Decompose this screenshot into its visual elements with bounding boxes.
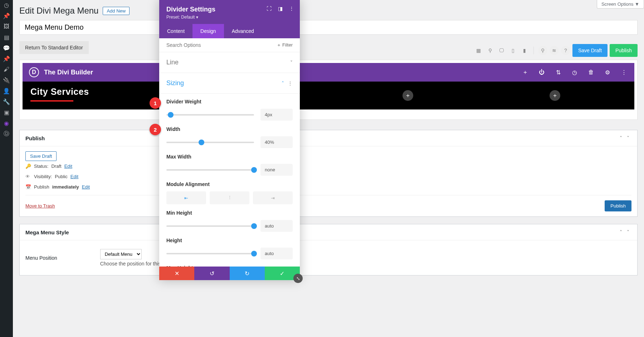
return-standard-editor-button[interactable]: Return To Standard Editor [19,41,89,54]
filter-link[interactable]: ＋ Filter [277,42,293,48]
search-options-input[interactable] [166,42,277,48]
chevron-down-icon[interactable]: ˅ [624,229,631,236]
divider-weight-label: Divider Weight [166,99,293,104]
menu-position-label: Menu Position [25,255,57,261]
trash-icon[interactable]: 🗑 [587,68,595,76]
save-draft-button[interactable]: Save Draft [572,44,608,57]
divi-preview-area[interactable]: City Services ＋ ＋ [23,82,634,109]
search-icon[interactable]: ⚲ [538,46,547,55]
move-to-trash-link[interactable]: Move to Trash [25,203,55,209]
divi-logo-icon: D [29,67,39,77]
publish-submit-button[interactable]: Publish [605,200,631,211]
max-width-input[interactable] [260,164,293,176]
width-input[interactable] [260,136,293,148]
key-icon: 🔑 [25,163,31,169]
publish-metabox: Publish ˄ ˅ Save Draft 🔑 Status: Draft E… [19,130,638,217]
modal-preset[interactable]: Preset: Default ▾ [166,15,293,20]
comments-icon[interactable]: 💬 [3,44,10,52]
section-line[interactable]: Line ˅ [159,52,300,73]
divider-weight-slider[interactable] [166,114,254,116]
chevron-up-icon[interactable]: ˄ [617,229,624,236]
history-icon[interactable]: ◷ [571,68,579,76]
tablet-icon[interactable]: ▯ [508,46,518,55]
add-new-button[interactable]: Add New [103,7,130,15]
layers-icon[interactable]: ≋ [550,46,559,55]
undo-icon[interactable]: ↺ [194,267,229,280]
media-icon[interactable]: 🖾 [3,23,10,30]
edit-visibility-link[interactable]: Edit [70,174,78,179]
screen-options-toggle[interactable]: Screen Options ▼ [597,0,644,9]
page-title: Edit Divi Mega Menu [19,6,98,16]
chevron-down-icon[interactable]: ˅ [624,135,631,142]
settings-icon[interactable]: ▣ [3,109,10,116]
field-min-height: Min Height [159,205,300,233]
min-height-label: Min Height [166,210,293,216]
expand-icon[interactable]: ⛶ [267,6,272,11]
help-icon[interactable]: ? [561,46,570,55]
resize-handle-icon[interactable]: ⤡ [293,274,303,283]
divider-settings-modal: Divider Settings Preset: Default ▾ ⛶ ◨ ⋮… [159,0,300,280]
min-height-slider[interactable] [166,225,254,227]
publish-label: Publish [34,184,49,190]
height-input[interactable] [260,248,293,259]
max-width-label: Max Width [166,154,293,160]
phone-icon[interactable]: ▮ [520,46,529,55]
section-sizing-label: Sizing [166,79,184,87]
height-slider[interactable] [166,253,254,254]
menu-position-select[interactable]: Default Menu [100,249,142,259]
section-sizing[interactable]: Sizing ˄ ⋮ [159,73,300,94]
align-left-button[interactable]: ⇤ [166,191,206,204]
wireframe-icon[interactable]: ▦ [474,46,483,55]
modal-header[interactable]: Divider Settings Preset: Default ▾ ⛶ ◨ ⋮ [159,0,300,24]
field-max-height: Max Height [159,260,300,267]
preview-heading: City Services [30,87,626,97]
edit-status-link[interactable]: Edit [64,163,72,169]
section-line-label: Line [166,59,179,66]
pin-icon[interactable]: 📌 [3,12,10,19]
max-width-slider[interactable] [166,169,254,171]
pages-icon[interactable]: ▤ [3,34,10,41]
more-icon[interactable]: ⋮ [288,80,293,86]
tab-advanced[interactable]: Advanced [224,24,262,38]
min-height-input[interactable] [260,220,293,232]
max-height-label: Max Height [166,265,293,267]
height-label: Height [166,238,293,243]
sort-icon[interactable]: ⇅ [554,68,562,76]
align-right-button[interactable]: ⇥ [253,191,293,204]
add-module-icon[interactable]: ＋ [550,90,560,101]
builder-toolbar: ▦ ⚲ 🖵 ▯ ▮ ⚲ ≋ ? Save Draft Publish [474,41,638,60]
post-title-input[interactable] [19,20,638,35]
close-icon[interactable]: ✕ [159,267,194,280]
width-slider[interactable] [166,142,254,143]
chevron-up-icon[interactable]: ˄ [617,135,624,142]
snap-icon[interactable]: ◨ [278,6,283,11]
add-module-icon[interactable]: ＋ [402,90,413,101]
tools-icon[interactable]: 🔧 [3,98,10,105]
tab-content[interactable]: Content [159,24,192,38]
appearance-icon[interactable]: 🖌 [3,66,10,73]
projects-icon[interactable]: 📌 [3,55,10,62]
more-icon[interactable]: ⋮ [289,6,294,11]
modal-tabs: Content Design Advanced [159,24,300,38]
desktop-icon[interactable]: 🖵 [497,46,506,55]
width-label: Width [166,126,293,132]
preview-divider [30,100,73,102]
divi-d-icon[interactable]: Ⓓ [3,130,10,137]
tab-design[interactable]: Design [192,24,224,38]
power-icon[interactable]: ⏻ [538,68,546,76]
modal-body[interactable]: ＋ Filter Line ˅ Sizing ˄ ⋮ Divider Weigh… [159,38,300,267]
save-draft-button[interactable]: Save Draft [25,151,57,161]
publish-button[interactable]: Publish [610,44,638,57]
plugins-icon[interactable]: 🔌 [3,77,10,84]
gear-icon[interactable]: ⚙ [604,68,611,76]
more-icon[interactable]: ⋮ [620,68,628,76]
align-center-button[interactable]: ⦙ [210,191,249,204]
users-icon[interactable]: 👤 [3,87,10,94]
add-icon[interactable]: ＋ [521,68,529,76]
edit-publish-link[interactable]: Edit [82,184,90,190]
redo-icon[interactable]: ↻ [230,267,265,280]
divi-icon[interactable]: ◉ [3,119,10,127]
divider-weight-input[interactable] [260,109,293,121]
dashboard-icon[interactable]: ◷ [3,1,10,9]
zoom-icon[interactable]: ⚲ [486,46,495,55]
